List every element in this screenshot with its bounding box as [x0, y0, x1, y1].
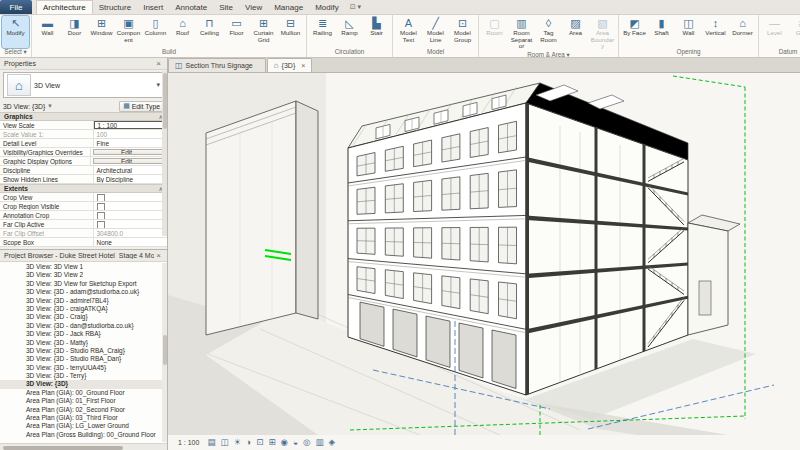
- ribbon-tab[interactable]: Modify: [309, 0, 345, 14]
- temp-view-properties-icon[interactable]: ▥: [315, 438, 323, 447]
- ribbon-button[interactable]: ▣ Component: [115, 16, 142, 48]
- project-browser-hscrollbar[interactable]: [0, 443, 167, 450]
- browser-view-item[interactable]: Area Plan (GIA): 01_First Floor: [0, 397, 167, 405]
- extents-section-header[interactable]: Extents ∧: [0, 184, 167, 193]
- browser-view-item[interactable]: 3D View: {3D - Studio RBA_Dan}: [0, 355, 167, 363]
- shadows-icon[interactable]: ◑: [246, 438, 251, 447]
- panel-label-select[interactable]: Select ▾: [0, 48, 31, 57]
- ribbon-button[interactable]: ◩ By Face: [621, 16, 648, 48]
- ribbon-button[interactable]: ▥ Room Separator: [508, 16, 535, 51]
- properties-close-icon[interactable]: ×: [154, 59, 163, 68]
- graphics-section-header[interactable]: Graphics ∧: [0, 112, 167, 121]
- property-value[interactable]: Edit...: [93, 158, 165, 164]
- panel-label-room-area[interactable]: Room & Area ▾: [479, 51, 618, 58]
- ribbon-button[interactable]: A Model Text: [395, 16, 422, 48]
- ribbon-button[interactable]: ╱ Model Line: [422, 16, 449, 48]
- ribbon-button[interactable]: # Grid: [788, 16, 800, 48]
- ribbon-button[interactable]: ⊡ Model Group: [449, 16, 476, 48]
- property-value[interactable]: 304800.0: [94, 229, 167, 237]
- ribbon-button[interactable]: ◫ Wall: [675, 16, 702, 48]
- property-value[interactable]: [94, 202, 167, 210]
- properties-scrollbar[interactable]: [162, 71, 167, 236]
- project-browser-vscrollbar[interactable]: [162, 263, 167, 442]
- visual-style-icon[interactable]: ◫: [220, 438, 228, 447]
- browser-view-item[interactable]: Area Plan (GIA): 00_Ground Floor: [0, 389, 167, 397]
- ribbon-button[interactable]: — Level: [761, 16, 788, 48]
- property-value[interactable]: 1 : 100: [94, 121, 167, 129]
- property-value[interactable]: By Discipline: [94, 175, 167, 183]
- ribbon-button[interactable]: ↕ Vertical: [702, 16, 729, 48]
- property-value[interactable]: Fine: [94, 139, 167, 147]
- property-value[interactable]: Edit...: [93, 149, 165, 155]
- ribbon-button[interactable]: ▨ Area: [562, 16, 589, 51]
- browser-view-item[interactable]: 3D View: {3D - Studio RBA_Craig}: [0, 347, 167, 355]
- browser-view-item[interactable]: 3D View: {3D - dan@studiorba.co.uk}: [0, 322, 167, 330]
- sun-path-icon[interactable]: ☀: [233, 438, 241, 447]
- ribbon-button[interactable]: ⌂ Dormer: [729, 16, 756, 48]
- instance-selector[interactable]: 3D View: {3D} ▾: [3, 102, 119, 110]
- browser-view-item[interactable]: 3D View: {3D}: [0, 380, 167, 388]
- view-tab-close-icon[interactable]: ×: [301, 62, 305, 69]
- reveal-hidden-icon[interactable]: ◎: [303, 438, 310, 447]
- browser-view-item[interactable]: Area Plan (GIA): 02_Second Floor: [0, 406, 167, 414]
- browser-view-item[interactable]: 3D View: {3D - Craig}: [0, 313, 167, 321]
- browser-view-item[interactable]: 3D View: 3D View 2: [0, 271, 167, 279]
- property-value[interactable]: Architectural: [94, 166, 167, 174]
- ribbon-button[interactable]: ◺ Ramp: [336, 16, 363, 48]
- ribbon-button[interactable]: ◊ Tag Room: [535, 16, 562, 51]
- ribbon-button[interactable]: ⊞ Window: [88, 16, 115, 48]
- browser-view-item[interactable]: 3D View: {3D - Terry}: [0, 372, 167, 380]
- ribbon-tab[interactable]: View: [239, 0, 268, 14]
- browser-view-item[interactable]: 3D View: {3D - Jack RBA}: [0, 330, 167, 338]
- browser-view-item[interactable]: Area Plan (GIA): LG_Lower Ground: [0, 422, 167, 430]
- browser-view-item[interactable]: 3D View: 3D View 1: [0, 263, 167, 271]
- browser-view-item[interactable]: 3D View: {3D - craigATKQA}: [0, 305, 167, 313]
- detail-level-icon[interactable]: ▤: [207, 438, 215, 447]
- property-value[interactable]: [94, 220, 167, 228]
- ribbon-button[interactable]: ↖ Modify: [2, 16, 29, 48]
- browser-view-item[interactable]: Area Plan (Gross Building): 00_Ground Fl…: [0, 431, 167, 439]
- lock-view-icon[interactable]: ◉: [281, 438, 288, 447]
- browser-view-item[interactable]: 3D View: {3D - admirel7BL4}: [0, 297, 167, 305]
- displaced-elements-icon[interactable]: ◈: [329, 438, 336, 447]
- ribbon-button[interactable]: ⌂ Roof: [169, 16, 196, 48]
- ribbon-tab[interactable]: Manage: [268, 0, 309, 14]
- ribbon-button[interactable]: ▭ Floor: [223, 16, 250, 48]
- ribbon-button[interactable]: ▮ Shaft: [648, 16, 675, 48]
- view-tab[interactable]: ◫ Section Thru Signage: [168, 58, 266, 72]
- ribbon-button[interactable]: ▢ Room: [481, 16, 508, 51]
- property-value[interactable]: [94, 211, 167, 219]
- show-crop-icon[interactable]: ⊞: [268, 438, 275, 447]
- drawing-canvas[interactable]: 1 : 100 ▤ ◫ ☀ ◑ ⊡ ⊞ ◉: [168, 73, 800, 450]
- ribbon-button[interactable]: ▙ Stair: [363, 16, 390, 48]
- project-browser-close-icon[interactable]: ×: [154, 251, 163, 260]
- browser-view-item[interactable]: 3D View: {3D - terryUUA45}: [0, 364, 167, 372]
- edit-type-button[interactable]: ▦ Edit Type: [119, 101, 164, 112]
- ribbon-tab[interactable]: Annotate: [169, 0, 213, 14]
- property-value[interactable]: [94, 193, 167, 201]
- view-tab[interactable]: ⌂ {3D} ×: [267, 58, 313, 72]
- file-menu-button[interactable]: File: [0, 0, 32, 14]
- ribbon-button[interactable]: ⊟ Mullion: [277, 16, 304, 48]
- browser-view-item[interactable]: 3D View: 3D View for Sketchup Export: [0, 280, 167, 288]
- ribbon-button[interactable]: ▯ Column: [142, 16, 169, 48]
- ribbon-button[interactable]: ▬ Wall: [34, 16, 61, 48]
- ribbon-button[interactable]: ≣ Railing: [309, 16, 336, 48]
- ribbon-tab[interactable]: Site: [213, 0, 239, 14]
- ribbon-tab[interactable]: Insert: [137, 0, 169, 14]
- scale-button[interactable]: 1 : 100: [178, 439, 199, 446]
- crop-view-icon[interactable]: ⊡: [256, 438, 263, 447]
- ribbon-button[interactable]: ▧ Area Boundary: [589, 16, 616, 51]
- ribbon-tab[interactable]: Architecture: [36, 0, 93, 14]
- type-selector[interactable]: ⌂ 3D View ▾: [3, 72, 164, 98]
- property-value[interactable]: None: [94, 238, 167, 246]
- browser-view-item[interactable]: Area Plan (GIA): 03_Third Floor: [0, 414, 167, 422]
- ribbon-tab[interactable]: Structure: [93, 0, 137, 14]
- browser-view-item[interactable]: 3D View: {3D - adam@studiorba.co.uk}: [0, 288, 167, 296]
- browser-view-item[interactable]: 3D View: {3D - Matty}: [0, 339, 167, 347]
- instance-selector-arrow-icon[interactable]: ▾: [48, 102, 51, 110]
- ribbon-button[interactable]: ⊞ Curtain Grid: [250, 16, 277, 48]
- ribbon-button[interactable]: ◨ Door: [61, 16, 88, 48]
- hide-isolate-icon[interactable]: ◒: [293, 438, 298, 447]
- ribbon-button[interactable]: ⊓ Ceiling: [196, 16, 223, 48]
